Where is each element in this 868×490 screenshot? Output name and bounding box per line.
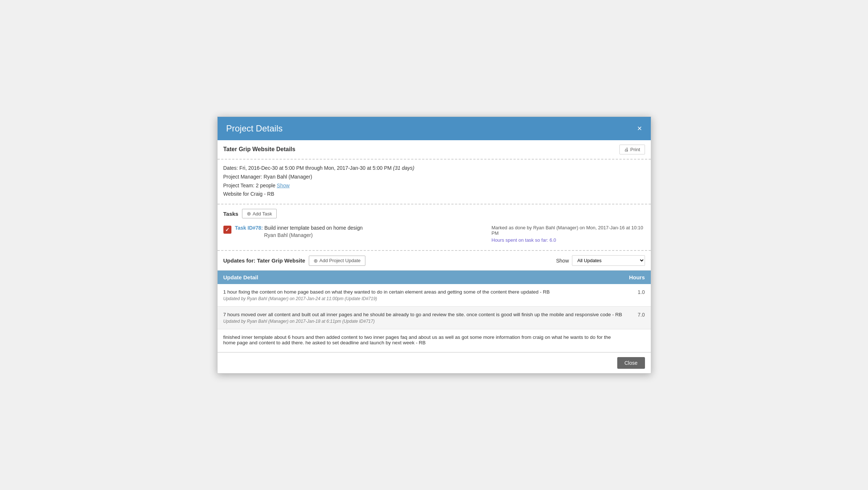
project-section-title: Tater Grip Website Details xyxy=(223,146,296,153)
updates-label: Updates for: Tater Grip Website xyxy=(223,257,305,264)
update-row: finished inner template about 6 hours an… xyxy=(218,329,651,352)
show-team-link[interactable]: Show xyxy=(277,183,289,188)
project-dates: Dates: Fri, 2016-Dec-30 at 5:00 PM throu… xyxy=(223,164,645,173)
task-status-col: Marked as done by Ryan Bahl (Manager) on… xyxy=(492,225,645,243)
project-details-modal: Project Details × Tater Grip Website Det… xyxy=(217,116,651,374)
task-row: Task ID#78: Build inner template based o… xyxy=(223,222,645,246)
update-content: 1 hour fixing the content on home page b… xyxy=(223,289,630,301)
update-meta: Updated by Ryan Bahl (Manager) on 2017-J… xyxy=(223,319,623,324)
update-hours: 1.0 xyxy=(630,289,645,295)
modal-title: Project Details xyxy=(226,123,283,134)
update-text: 7 hours moved over all content and built… xyxy=(223,312,623,317)
updates-table: Update Detail Hours 1 hour fixing the co… xyxy=(218,271,651,352)
project-manager: Project Manager: Ryan Bahl (Manager) xyxy=(223,173,645,181)
task-description: Build inner template based on home desig… xyxy=(264,225,362,231)
plus-icon: ⊕ xyxy=(247,211,251,217)
tasks-section: Tasks ⊕ Add Task Task ID#78: Build inner… xyxy=(218,204,651,251)
task-assignee: Ryan Bahl (Manager) xyxy=(264,232,488,238)
project-team: Project Team: 2 people Show xyxy=(223,181,645,190)
project-description: Website for Craig - RB xyxy=(223,190,645,199)
project-section-header: Tater Grip Website Details 🖨 Print xyxy=(218,140,651,160)
task-status-text: Marked as done by Ryan Bahl (Manager) on… xyxy=(492,225,645,236)
update-hours: 7.0 xyxy=(630,312,645,318)
update-hours-header: Hours xyxy=(629,274,645,280)
add-task-label: Add Task xyxy=(253,211,272,217)
show-updates-select[interactable]: All Updates My Updates xyxy=(572,255,645,266)
modal-body: Tater Grip Website Details 🖨 Print Dates… xyxy=(218,140,651,352)
updates-bar: Updates for: Tater Grip Website ⊕ Add Pr… xyxy=(218,251,651,271)
project-info: Dates: Fri, 2016-Dec-30 at 5:00 PM throu… xyxy=(218,160,651,204)
task-id[interactable]: Task ID#78: xyxy=(235,225,263,231)
modal-footer: Close xyxy=(218,352,651,373)
printer-icon: 🖨 xyxy=(624,147,629,152)
task-hours-link[interactable]: Hours spent on task so far: 6.0 xyxy=(492,237,645,243)
update-plus-icon: ⊕ xyxy=(314,258,318,264)
modal-header: Project Details × xyxy=(218,117,651,140)
close-icon[interactable]: × xyxy=(637,124,642,133)
update-content: 7 hours moved over all content and built… xyxy=(223,312,630,324)
update-content: finished inner template about 6 hours an… xyxy=(223,334,630,347)
updates-table-header: Update Detail Hours xyxy=(218,271,651,284)
add-update-label: Add Project Update xyxy=(319,258,361,263)
update-detail-header: Update Detail xyxy=(223,274,258,280)
print-label: Print xyxy=(630,147,640,152)
update-text: 1 hour fixing the content on home page b… xyxy=(223,289,623,295)
update-row: 7 hours moved over all content and built… xyxy=(218,307,651,329)
tasks-header: Tasks ⊕ Add Task xyxy=(223,209,645,218)
update-row: 1 hour fixing the content on home page b… xyxy=(218,284,651,307)
add-task-button[interactable]: ⊕ Add Task xyxy=(242,209,277,218)
add-project-update-button[interactable]: ⊕ Add Project Update xyxy=(309,256,365,266)
updates-bar-left: Updates for: Tater Grip Website ⊕ Add Pr… xyxy=(223,256,365,266)
update-text: finished inner template about 6 hours an… xyxy=(223,334,623,345)
tasks-label: Tasks xyxy=(223,211,238,217)
close-button[interactable]: Close xyxy=(617,357,645,369)
task-content: Task ID#78: Build inner template based o… xyxy=(235,225,488,238)
show-label: Show xyxy=(556,258,569,264)
print-button[interactable]: 🖨 Print xyxy=(619,145,645,154)
task-done-checkbox[interactable] xyxy=(223,226,231,234)
updates-bar-right: Show All Updates My Updates xyxy=(556,255,645,266)
update-meta: Updated by Ryan Bahl (Manager) on 2017-J… xyxy=(223,296,623,301)
task-title-row: Task ID#78: Build inner template based o… xyxy=(235,225,488,231)
